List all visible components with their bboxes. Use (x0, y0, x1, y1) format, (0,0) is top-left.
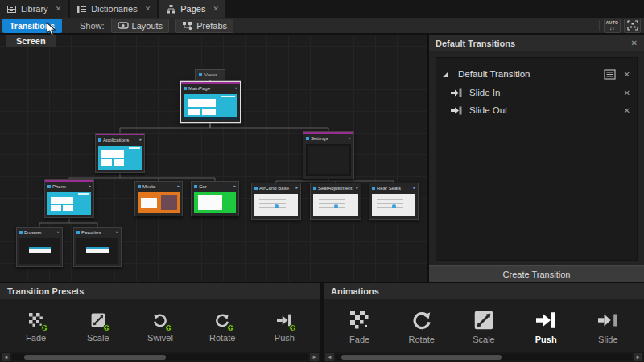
animation-label: Push (535, 335, 557, 344)
preset-scale[interactable]: Scale (72, 311, 124, 343)
scrollbar-thumb[interactable] (341, 355, 502, 360)
add-badge-icon (41, 324, 48, 331)
scroll-right-icon[interactable]: ► (310, 353, 319, 361)
tree-node-settings[interactable]: Settings▸ (303, 131, 354, 179)
group-label: Default Transition (458, 69, 604, 79)
fit-view-icon (627, 20, 638, 31)
library-icon (6, 4, 17, 14)
animations-horizontal-scrollbar[interactable]: ◄ ► (324, 352, 644, 362)
scrollbar-thumb[interactable] (24, 355, 167, 360)
screen-icon (199, 73, 202, 76)
fade-icon (350, 311, 369, 330)
scale-icon (474, 311, 493, 330)
animation-scale[interactable]: Scale (458, 310, 510, 344)
create-transition-button[interactable]: Create Transition (429, 265, 644, 282)
close-icon[interactable]: ✕ (145, 5, 151, 13)
presets-horizontal-scrollbar[interactable]: ◄ ► (0, 352, 320, 362)
preset-fade[interactable]: Fade (10, 311, 62, 343)
node-label: Favorites (81, 230, 114, 235)
transition-row-slide-out[interactable]: Slide Out ✕ (436, 101, 637, 119)
transition-row-slide-in[interactable]: Slide In ✕ (436, 84, 637, 101)
fit-view-button[interactable] (624, 19, 641, 33)
tree-node-seatadjustment[interactable]: SeatAdjustment▸ (310, 183, 361, 220)
page-thumbnail (254, 194, 298, 216)
tab-dictionaries[interactable]: Dictionaries ✕ (70, 0, 157, 18)
animation-push[interactable]: Push (520, 310, 572, 344)
screen-icon (98, 138, 101, 142)
prefabs-toggle-button[interactable]: Prefabs (175, 19, 233, 33)
details-icon[interactable] (604, 69, 616, 80)
animation-fade[interactable]: Fade (334, 310, 386, 344)
tab-library[interactable]: Library ✕ (0, 0, 68, 18)
close-icon[interactable]: ✕ (631, 39, 638, 47)
add-badge-icon (165, 324, 172, 331)
expander-caret-icon[interactable] (443, 72, 448, 77)
scroll-right-icon[interactable]: ► (634, 353, 642, 361)
page-thumbnail (138, 192, 180, 213)
slide-out-icon (451, 105, 462, 116)
page-thumbnail (313, 194, 358, 216)
close-icon[interactable]: ✕ (56, 5, 62, 13)
close-icon[interactable]: ✕ (213, 5, 219, 13)
preset-label: Scale (87, 333, 109, 343)
tree-node-rearseats[interactable]: Rear Seats▸ (369, 183, 419, 220)
node-label: Phone (52, 184, 87, 189)
scrollbar-track[interactable] (12, 354, 308, 360)
tab-label: Pages (180, 4, 205, 14)
layouts-toggle-button[interactable]: Layouts (111, 19, 170, 33)
tree-node-aircond[interactable]: AirCond Base▸ (251, 183, 301, 220)
preset-items: Fade Scale Swivel (0, 299, 320, 352)
screen-icon (19, 231, 23, 234)
node-marker-icon: ▸ (235, 86, 237, 90)
add-badge-icon (227, 324, 234, 331)
transitions-toolbar: Transitions Show: Layouts Prefabs AUTO ↓… (0, 18, 644, 34)
screen-icon (254, 187, 258, 190)
auto-arrows-icon: ↓↑ (609, 25, 615, 31)
node-marker-icon: ▸ (356, 186, 358, 190)
tree-node-media[interactable]: Media▸ (134, 181, 183, 216)
tree-node-car[interactable]: Car▸ (191, 181, 239, 216)
node-marker-icon: ▸ (57, 230, 60, 234)
preset-push[interactable]: Push (258, 311, 310, 343)
pages-icon (166, 4, 176, 14)
preset-label: Fade (26, 333, 46, 343)
prefabs-label: Prefabs (196, 21, 227, 31)
tree-node-favorites[interactable]: Favorites▸ (73, 227, 122, 267)
default-transition-group-row[interactable]: Default Transition ✕ (436, 64, 637, 84)
screen-icon (47, 185, 51, 188)
auto-arrange-button[interactable]: AUTO ↓↑ (604, 19, 621, 33)
tree-node-phone[interactable]: Phone▸ (44, 179, 94, 218)
scroll-left-icon[interactable]: ◄ (2, 353, 10, 361)
scrollbar-track[interactable] (336, 354, 632, 360)
close-icon[interactable]: ✕ (624, 70, 630, 79)
document-tabbar: Library ✕ Dictionaries ✕ Pages ✕ (0, 0, 644, 18)
transition-presets-panel: Transition Presets Fade Scale (0, 283, 320, 362)
animations-panel: Animations Fade Rotate (324, 283, 644, 362)
tree-node-applications[interactable]: Applications▸ (95, 133, 145, 173)
application-window: Library ✕ Dictionaries ✕ Pages ✕ Transit… (0, 0, 644, 362)
scroll-left-icon[interactable]: ◄ (325, 353, 334, 361)
push-icon (536, 311, 555, 330)
close-icon[interactable]: ✕ (624, 88, 630, 97)
node-marker-icon: ▸ (139, 138, 142, 142)
transitions-button[interactable]: Transitions (2, 19, 62, 33)
animation-slide[interactable]: Slide (582, 310, 634, 344)
preset-swivel[interactable]: Swivel (134, 311, 186, 343)
tree-node-mainpage[interactable]: MainPage▸ (180, 81, 241, 123)
node-marker-icon: ▸ (295, 186, 298, 190)
tree-node-root[interactable]: Views (195, 69, 225, 80)
node-label: Applications (103, 138, 138, 142)
slide-icon (598, 311, 617, 330)
screen-tree-canvas[interactable]: Screen Views MainPage▸ Appl (0, 35, 427, 282)
preset-rotate[interactable]: Rotate (196, 311, 248, 343)
toolbar-separator (599, 20, 600, 31)
tree-node-browser[interactable]: Browser▸ (16, 227, 63, 267)
screen-tab[interactable]: Screen (6, 35, 56, 47)
animation-rotate[interactable]: Rotate (396, 310, 448, 344)
tab-pages[interactable]: Pages ✕ (159, 0, 225, 18)
add-badge-icon (103, 324, 110, 331)
node-label: Rear Seats (377, 186, 411, 191)
node-marker-icon: ▸ (233, 184, 236, 188)
close-icon[interactable]: ✕ (624, 106, 630, 115)
panel-title: Default Transitions (436, 39, 515, 48)
